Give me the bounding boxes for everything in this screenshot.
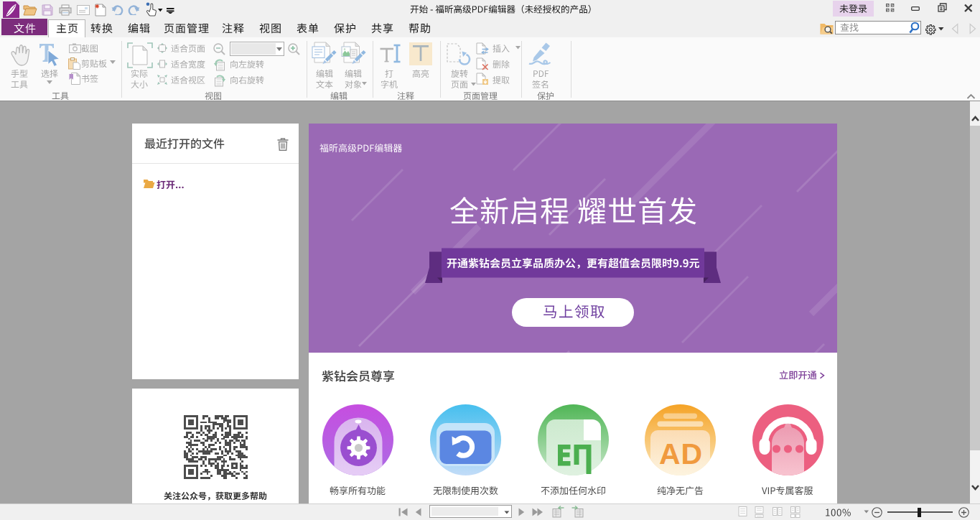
svg-text:AD: AD xyxy=(659,437,703,470)
